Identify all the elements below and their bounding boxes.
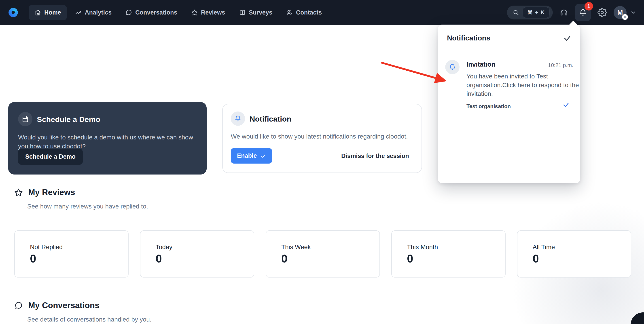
stat-card-all-time[interactable]: All Time 0 xyxy=(517,230,631,278)
nav-item-analytics[interactable]: Analytics xyxy=(69,5,118,20)
gear-icon xyxy=(598,8,607,17)
divider xyxy=(438,121,580,121)
bell-icon xyxy=(579,8,587,16)
notifications-panel-title: Notifications xyxy=(447,34,490,42)
notification-title: Invitation xyxy=(466,61,495,68)
stat-label: This Week xyxy=(281,244,311,251)
top-navbar: Home Analytics Conversations Reviews Sur xyxy=(0,0,644,25)
stat-label: Not Replied xyxy=(30,244,62,251)
my-conversations-title: My Conversations xyxy=(28,301,100,310)
stat-label: This Month xyxy=(407,244,438,251)
nav-item-label: Reviews xyxy=(201,9,225,16)
stat-value: 0 xyxy=(281,252,288,265)
stat-card-this-month[interactable]: This Month 0 xyxy=(391,230,506,278)
status-indicator xyxy=(622,14,628,20)
mark-all-read-icon[interactable] xyxy=(564,34,571,42)
users-icon xyxy=(286,9,293,16)
nav-left-group: Home Analytics Conversations Reviews Sur xyxy=(8,5,328,20)
my-reviews-section-header: My Reviews See how many reviews you have… xyxy=(14,188,148,210)
bell-icon xyxy=(234,115,242,122)
stat-value: 0 xyxy=(30,252,36,265)
stat-value: 0 xyxy=(407,252,413,265)
reviews-stats-row: Not Replied 0 Today 0 This Week 0 This M… xyxy=(14,230,631,278)
nav-item-label: Home xyxy=(44,9,61,16)
nav-item-label: Surveys xyxy=(249,9,272,16)
notification-organisation: Test organisation xyxy=(466,103,511,109)
stat-value: 0 xyxy=(156,252,162,265)
nav-item-reviews[interactable]: Reviews xyxy=(185,5,231,20)
search-icon xyxy=(513,9,519,16)
stat-card-today[interactable]: Today 0 xyxy=(140,230,254,278)
notification-time: 10:21 p.m. xyxy=(548,62,573,68)
bell-icon-circle xyxy=(231,111,245,126)
mark-read-icon[interactable] xyxy=(562,101,569,108)
stat-label: Today xyxy=(156,244,172,251)
stat-card-not-replied[interactable]: Not Replied 0 xyxy=(14,230,128,278)
calendar-icon xyxy=(22,115,29,123)
search-shortcut: ⌘ + K xyxy=(522,7,550,18)
nav-item-conversations[interactable]: Conversations xyxy=(120,5,183,20)
my-conversations-subtitle: See details of conversations handled by … xyxy=(27,316,152,323)
check-icon xyxy=(260,153,266,159)
nav-item-label: Contacts xyxy=(296,9,322,16)
schedule-demo-card: Schedule a Demo Would you like to schedu… xyxy=(8,102,206,175)
notifications-panel: Notifications Invitation 10:21 p.m. You … xyxy=(438,24,580,183)
star-icon xyxy=(191,9,198,16)
headphones-icon xyxy=(560,8,568,17)
my-conversations-section-header: My Conversations See details of conversa… xyxy=(14,301,152,323)
calendar-icon-circle xyxy=(18,112,32,126)
divider xyxy=(438,54,580,54)
avatar-initial: M xyxy=(618,9,623,16)
chat-bubble-icon xyxy=(126,9,132,16)
stat-label: All Time xyxy=(533,244,555,251)
bell-icon xyxy=(449,63,456,71)
home-icon xyxy=(34,9,41,16)
search-button[interactable]: ⌘ + K xyxy=(507,5,553,19)
demo-card-title: Schedule a Demo xyxy=(37,115,100,124)
demo-card-body: Would you like to schedule a demo with u… xyxy=(18,133,202,151)
nav-item-label: Conversations xyxy=(135,9,177,16)
chevron-down-icon xyxy=(630,9,636,16)
stat-card-this-week[interactable]: This Week 0 xyxy=(266,230,380,278)
notification-card-body: We would like to show you latest notific… xyxy=(231,133,410,140)
nav-item-home[interactable]: Home xyxy=(28,5,67,20)
schedule-demo-button[interactable]: Schedule a Demo xyxy=(18,149,83,165)
notification-card-title: Notification xyxy=(250,115,291,123)
notification-count-badge: 1 xyxy=(584,2,593,10)
nav-item-contacts[interactable]: Contacts xyxy=(280,5,328,20)
enable-label: Enable xyxy=(237,152,257,159)
star-icon xyxy=(14,188,23,197)
my-reviews-title: My Reviews xyxy=(28,188,75,197)
chat-widget-fab[interactable] xyxy=(630,312,644,324)
chat-bubble-icon xyxy=(14,301,23,310)
nav-item-label: Analytics xyxy=(85,9,112,16)
nav-item-surveys[interactable]: Surveys xyxy=(233,5,278,20)
cloodot-logo-icon[interactable] xyxy=(8,7,19,18)
bell-icon-circle xyxy=(445,60,460,74)
my-reviews-subtitle: See how many reviews you have replied to… xyxy=(27,203,148,210)
enable-notification-card: Notification We would like to show you l… xyxy=(222,104,422,173)
analytics-icon xyxy=(75,9,82,16)
avatar: M xyxy=(614,6,626,19)
settings-button[interactable] xyxy=(598,8,607,17)
notification-body[interactable]: You have been invited to Test organisati… xyxy=(466,72,580,98)
enable-notifications-button[interactable]: Enable xyxy=(231,148,272,164)
support-button[interactable] xyxy=(560,8,568,17)
notifications-button[interactable]: 1 xyxy=(575,4,591,21)
dismiss-session-link[interactable]: Dismiss for the session xyxy=(341,153,409,160)
nav-right-group: ⌘ + K 1 M xyxy=(507,4,636,21)
stat-value: 0 xyxy=(533,252,539,265)
account-menu[interactable]: M xyxy=(614,6,636,19)
open-book-icon xyxy=(239,9,246,16)
